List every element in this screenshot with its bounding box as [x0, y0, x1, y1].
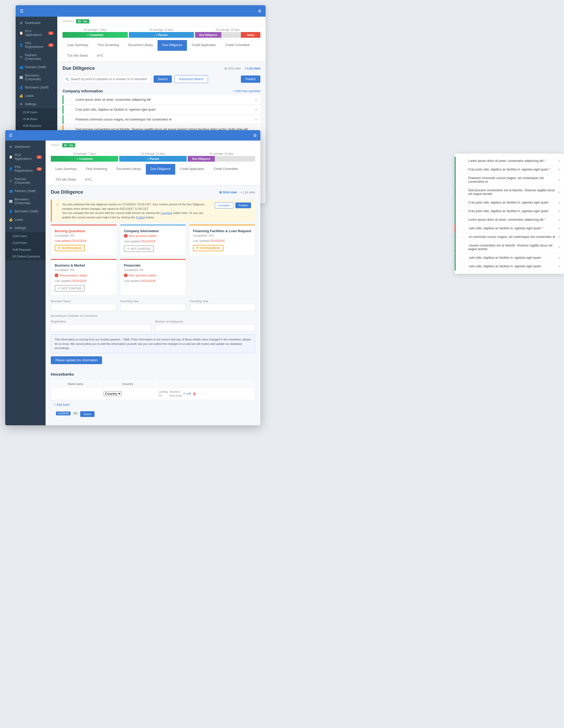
- rp-item-10[interactable]: ⋮⋮ ·osuere consectetur est at lobortis. …: [455, 241, 564, 254]
- registration-input[interactable]: [51, 324, 151, 331]
- tab-document-library[interactable]: Document Library: [123, 40, 157, 51]
- card-financials[interactable]: Financials Completed: 0% ! New questions…: [120, 259, 186, 295]
- progress-bar-due: Due Dilligence Salary: [195, 32, 260, 38]
- add-question-company[interactable]: + Add new question: [233, 89, 260, 93]
- rp-item-7[interactable]: ⋮⋮ Lorem ipsum dolor sit amet, consectet…: [455, 216, 564, 224]
- hamburger-icon-2[interactable]: ☰: [9, 133, 12, 138]
- rp-item-9[interactable]: ⋮⋮ ·nt commodo cursus magna, vel sceleri…: [455, 233, 564, 241]
- rp-item-12[interactable]: ⋮⋮ ·usto odio, dapibus ac facilisis in, …: [455, 262, 564, 271]
- sidebar-item-pca[interactable]: 📋 PCA Applications 11: [16, 27, 57, 39]
- founding-year-input[interactable]: [120, 304, 186, 311]
- publish-button-2[interactable]: Publish: [235, 202, 251, 208]
- tab2-due-dilligence[interactable]: Due Dilligence: [146, 164, 175, 175]
- sidebar-item-partners-corp[interactable]: ⊙ Partners (Corporate): [16, 51, 57, 63]
- edit-link[interactable]: ✏ edit: [183, 392, 191, 395]
- progress-section-3: On average: 10 days Due Dilligence Salar…: [195, 28, 260, 38]
- sidebar2-item-olm-users[interactable]: OLM Users: [5, 233, 46, 239]
- card-financing[interactable]: Financing Facilities & Loan Request Comp…: [189, 225, 255, 256]
- pca2-icon: 📋: [9, 155, 12, 159]
- done-button[interactable]: Done: [80, 411, 94, 417]
- tab2-loan-summary[interactable]: Loan Summary: [51, 164, 81, 175]
- grid-view-btn[interactable]: ⊞ Grid view: [224, 67, 241, 70]
- sidebar2-item-psa[interactable]: 👤 PSA Registrations 18: [5, 163, 46, 175]
- card-company-info[interactable]: Company Information ! New questions adde…: [120, 225, 186, 256]
- sidebar2-item-loans[interactable]: 💰 Loans: [5, 216, 46, 224]
- card-burning-questions[interactable]: Burning Questions Completed: 0% Last upd…: [51, 225, 117, 256]
- rp-item-11[interactable]: ⋮⋮ ·usto odio, dapibus ac facilisis in, …: [455, 254, 564, 262]
- country-select[interactable]: Country: [104, 391, 122, 396]
- sidebar-item-olm-users[interactable]: OLM Users: [16, 109, 57, 116]
- sidebar2-item-borrowers-staff[interactable]: 👤 Borrowers (Staff): [5, 207, 46, 216]
- sidebar2-item-olm-roles[interactable]: OLM Roles: [5, 239, 46, 246]
- delete-bank-icon[interactable]: 🗑: [193, 392, 196, 396]
- hamburger-icon[interactable]: ☰: [20, 9, 23, 14]
- search-button[interactable]: Search: [154, 75, 172, 83]
- borrower-name-input[interactable]: [51, 304, 116, 311]
- rp-item-8[interactable]: ⋮⋮ ·usto odio, dapibus ac facilisis in, …: [455, 224, 564, 233]
- rp-item-6[interactable]: ⋮⋮ Cras justo odio, dapibus ac facilisis…: [455, 207, 564, 216]
- housebanks-section: Housebanks Bank name Country: [46, 372, 260, 425]
- add-bank-button[interactable]: + Add bank: [54, 403, 69, 407]
- drag-handle-rp9: ⋮⋮: [459, 235, 466, 239]
- tab-due-dilligence[interactable]: Due Dilligence: [157, 40, 187, 51]
- founding-year2-input[interactable]: [190, 304, 255, 311]
- sidebar2-item-borrowers-corp[interactable]: 🏢 Borrowers (Corporate): [5, 195, 46, 207]
- tab2-t24[interactable]: T24 Info Sheet: [51, 175, 81, 185]
- compare-link[interactable]: Compare: [161, 211, 172, 214]
- question-header-2[interactable]: ⋮⋮ Cras justo odio, dapibus ac facilisis…: [63, 105, 260, 114]
- gear-icon-2[interactable]: ⚙: [253, 133, 257, 138]
- form-label-founding: Founding Year: [120, 300, 186, 303]
- publish-link[interactable]: Publish: [136, 216, 145, 219]
- tab-credit-committee[interactable]: Credit Committee: [221, 40, 254, 51]
- tab2-first-screening[interactable]: First Screening: [81, 164, 112, 175]
- sidebar-item-loans[interactable]: 💰 Loans: [16, 92, 57, 100]
- publish-button-1[interactable]: Publish: [241, 75, 260, 83]
- sidebar2-item-pca[interactable]: 📋 PCA Applications 11: [5, 151, 46, 163]
- sidebar-item-borrowers-staff[interactable]: 👤 Borrowers (Staff): [16, 83, 57, 92]
- compare-button[interactable]: Compare: [215, 202, 233, 208]
- search-input[interactable]: [62, 75, 151, 83]
- sidebar2-item-partners-staff[interactable]: 👥 Partners (Staff): [5, 187, 46, 195]
- page-title-2: Due Dilligence: [51, 189, 83, 195]
- rp-item-3[interactable]: ⋮⋮ Praesent commodo cursus magna, vel sc…: [455, 174, 564, 186]
- sidebar2-item-dashboard[interactable]: ⊞ Dashboard: [5, 143, 46, 151]
- list-view-btn-2[interactable]: ≡ List view: [240, 191, 255, 194]
- sidebar-item-psa[interactable]: 👤 PSA Registrations 14: [16, 39, 57, 51]
- tab2-credit-application[interactable]: Credit Application: [175, 164, 209, 175]
- sidebar-item-partners-staff[interactable]: 👥 Partners (Staff): [16, 63, 57, 71]
- tab-kyc[interactable]: KYC: [92, 51, 108, 61]
- rp-item-1[interactable]: ⋮⋮ Lorem ipsum dolor sit amet, consectet…: [455, 157, 564, 165]
- tab-loan-summary[interactable]: Loan Summary: [62, 40, 93, 51]
- tab2-document-library[interactable]: Document Library: [112, 164, 146, 175]
- sidebar2-item-partners-corp[interactable]: ⊙ Partners (Corporate): [5, 175, 46, 187]
- employees-input[interactable]: [155, 324, 255, 331]
- sidebar2-label-partners-staff: Partners (Staff): [15, 189, 36, 193]
- tab2-credit-committee[interactable]: Credit Committee: [209, 164, 243, 175]
- sidebar2-item-dnb[interactable]: DnB Requests: [5, 246, 46, 253]
- update-button[interactable]: Please update this information: [51, 356, 102, 364]
- question-header-3[interactable]: ⋮⋮ Praesent commodo cursus magna, vel sc…: [63, 115, 260, 124]
- rp-item-4[interactable]: ⋮⋮ Sed posuere consectetur est at lobort…: [455, 186, 564, 198]
- sidebar2-item-dd[interactable]: DD Default Questions: [5, 253, 46, 260]
- question-header-1[interactable]: ⋮⋮ Lorem ipsum dolor sit amet, consectet…: [63, 95, 260, 104]
- tab-t24[interactable]: T24 Info Sheet: [62, 51, 92, 61]
- sidebar-item-dnb[interactable]: DnB Requests: [16, 122, 57, 129]
- sidebar2-item-settings[interactable]: ⚙ Settings: [5, 224, 46, 232]
- olm2-roles-label: OLM Roles: [12, 241, 27, 244]
- sidebar-item-dashboard[interactable]: ⊞ Dashboard: [16, 19, 57, 27]
- rp-item-5[interactable]: ⋮⋮ Cras justo odio, dapibus ac facilisis…: [455, 198, 564, 207]
- tab-credit-application[interactable]: Credit Application: [187, 40, 220, 51]
- gear-icon-1[interactable]: ⚙: [258, 9, 261, 13]
- tab2-kyc[interactable]: KYC: [81, 175, 97, 185]
- question-row-2: ⋮⋮ Cras justo odio, dapibus ac facilisis…: [62, 105, 260, 114]
- advanced-search-button[interactable]: Advanced Search: [174, 75, 208, 83]
- card-business[interactable]: Business & Market Completed: 0% ! New qu…: [51, 259, 117, 295]
- list-view-btn[interactable]: ≡ List view: [244, 67, 260, 70]
- sidebar-item-olm-roles[interactable]: OLM Roles: [16, 116, 57, 122]
- tab-first-screening[interactable]: First Screening: [93, 40, 123, 51]
- sidebar-item-borrowers-corp[interactable]: 🏢 Borrowers (Corporate): [16, 71, 57, 83]
- sidebar-item-settings[interactable]: ⚙ Settings: [16, 100, 57, 108]
- grid-view-btn-2[interactable]: ⊞ Grid view: [219, 191, 237, 194]
- chevron-rp8: ∨: [558, 226, 560, 230]
- rp-item-2[interactable]: ⋮⋮ Cras justo odio, dapibus ac facilisis…: [455, 165, 564, 174]
